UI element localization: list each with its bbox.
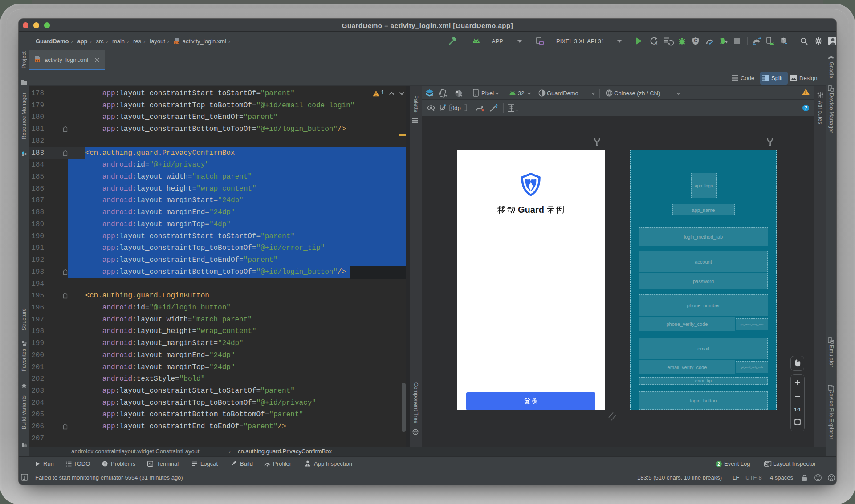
svg-text:A: A: [655, 41, 658, 46]
svg-text:?: ?: [804, 105, 807, 110]
svg-text:C: C: [694, 38, 697, 43]
